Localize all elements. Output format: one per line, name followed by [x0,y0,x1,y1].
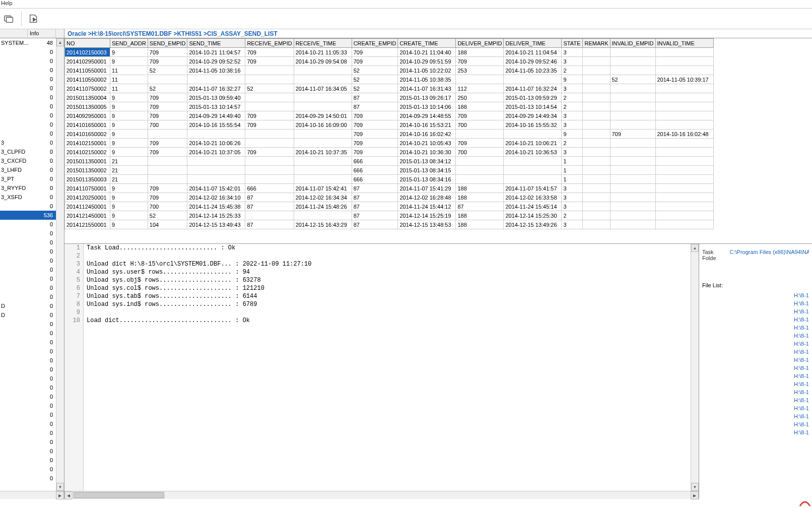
file-list-item[interactable]: H:\8-1 [702,341,809,349]
file-list-item[interactable]: H:\8-1 [702,365,809,373]
export-button[interactable] [27,12,41,26]
tree-item[interactable]: 0 [0,465,64,474]
file-list-item[interactable]: H:\8-1 [702,405,809,413]
tree-item[interactable]: 0 [0,338,64,347]
table-row[interactable]: 201411075000211522014-11-07 16:32:275220… [65,84,714,93]
tree-item[interactable]: 0 [0,392,64,401]
tree-item[interactable]: 0 [0,247,64,256]
tree-item[interactable]: 0 [0,374,64,383]
tree-body[interactable]: SYSTEM...480000000000303_CLPFD03_CXCFD03… [0,38,64,491]
table-row[interactable]: 2015011350001216662015-01-13 08:34:121 [65,157,714,166]
file-list-item[interactable]: H:\8-1 [702,300,809,308]
table-row[interactable]: 201411075000197092014-11-07 15:42:016662… [65,184,714,193]
file-list-item[interactable]: H:\8-1 [702,316,809,325]
scroll-up-icon[interactable]: ▲ [691,244,699,252]
file-list-item[interactable]: H:\8-1 [702,292,809,300]
file-list-item[interactable]: H:\8-1 [702,413,809,421]
tree-item[interactable]: 0 [0,56,64,66]
tree-item[interactable]: 0 [0,419,64,428]
tree-item[interactable]: 3_RYYFD0 [0,183,64,193]
column-header-receive_time[interactable]: RECEIVE_TIME [294,39,352,48]
tree-item[interactable]: 0 [0,292,64,301]
table-row[interactable]: 201410165000297092014-10-16 16:02:429709… [65,130,714,139]
scroll-up-icon[interactable]: ▲ [56,38,64,46]
column-header-receive_empid[interactable]: RECEIVE_EMPID [245,39,294,48]
tree-item[interactable]: 0 [0,93,64,102]
tree-item[interactable]: 0 [0,220,64,229]
data-grid[interactable]: NOSEND_ADDRSEND_EMPIDSEND_TIMERECEIVE_EM… [64,38,812,244]
column-header-create_empid[interactable]: CREATE_EMPID [352,39,398,48]
tree-item[interactable]: 0 [0,356,64,365]
table-row[interactable]: 201410215000397092014-10-21 11:04:577092… [65,48,714,57]
table-row[interactable]: 201412025000197092014-12-02 16:34:108720… [65,193,714,202]
table-row[interactable]: 201411055000211522014-11-05 10:38:359522… [65,75,714,84]
file-list-item[interactable]: H:\8-1 [702,325,809,333]
file-list-item[interactable]: H:\8-1 [702,333,809,341]
file-list-item[interactable]: H:\8-1 [702,349,809,357]
column-header-remark[interactable]: REMARK [583,39,610,48]
scroll-down-icon[interactable]: ▼ [691,483,699,491]
column-header-invalid_empid[interactable]: INVALID_EMPID [610,39,655,48]
scroll-left-icon[interactable]: ◀ [64,491,73,499]
table-row[interactable]: 2015011350003216662015-01-13 08:34:161 [65,175,714,184]
tree-item[interactable]: 3_CXCFD0 [0,156,64,165]
tree-item[interactable]: 0 [0,428,64,437]
log-vscrollbar[interactable]: ▲ ▼ [691,244,699,491]
tree-item[interactable]: 0 [0,447,64,456]
tree-item[interactable]: SYSTEM...48 [0,38,64,47]
log-hscrollbar[interactable]: ◀ ▶ [64,491,699,499]
table-row[interactable]: 201410215000197092014-10-21 10:06:267092… [65,139,714,148]
tree-item[interactable]: 0 [0,229,64,238]
column-header-invalid_time[interactable]: INVALID_TIME [655,39,713,48]
table-row[interactable]: 201410165000197002014-10-16 15:55:547092… [65,120,714,130]
tree-item[interactable]: 0 [0,410,64,419]
file-list-item[interactable]: H:\8-1 [702,357,809,365]
column-header-send_time[interactable]: SEND_TIME [187,39,245,48]
open-folder-button[interactable] [2,12,16,26]
table-row[interactable]: 201501135000497092015-01-13 09:59:408720… [65,93,714,102]
table-row[interactable]: 201409295000197092014-09-29 14:49:407092… [65,111,714,120]
table-row[interactable]: 201411245000197002014-11-24 15:45:388720… [65,202,714,211]
tree-item[interactable]: 0 [0,274,64,283]
tree-item[interactable]: 0 [0,456,64,465]
column-header-state[interactable]: STATE [562,39,583,48]
tree-item[interactable]: 0 [0,120,64,129]
tree-col-info[interactable]: Info [28,29,56,38]
tree-item[interactable]: 0 [0,47,64,56]
column-header-send_empid[interactable]: SEND_EMPID [148,39,187,48]
tree-item[interactable]: 536 [0,211,64,220]
table-row[interactable]: 201501135000597092015-01-13 10:14:578720… [65,102,714,111]
tree-item[interactable]: 0 [0,283,64,292]
tree-item[interactable]: 0 [0,401,64,410]
tree-item[interactable]: D0 [0,301,64,310]
menu-help[interactable]: Help [1,0,13,6]
tree-col-name[interactable] [0,29,28,38]
tree-item[interactable]: 3_XSFD0 [0,193,64,202]
tree-item[interactable]: D0 [0,310,64,320]
scroll-right-icon[interactable]: ▶ [56,491,64,499]
column-header-deliver_empid[interactable]: DELIVER_EMPID [456,39,504,48]
scroll-right-icon[interactable]: ▶ [691,491,699,499]
tree-item[interactable]: 3_PT0 [0,174,64,183]
tree-item[interactable]: 0 [0,129,64,138]
tree-item[interactable]: 0 [0,347,64,356]
tree-item[interactable]: 0 [0,329,64,338]
tree-item[interactable]: 0 [0,256,64,265]
file-list-item[interactable]: H:\8-1 [702,389,809,397]
tree-item[interactable]: 0 [0,365,64,374]
file-list-item[interactable]: H:\8-1 [702,429,809,437]
tree-item[interactable]: 0 [0,84,64,93]
tree-item[interactable]: 0 [0,75,64,84]
tree-item[interactable]: 3_LHFD0 [0,165,64,174]
tree-item[interactable]: 0 [0,238,64,247]
column-header-deliver_time[interactable]: DELIVER_TIME [504,39,562,48]
scroll-thumb[interactable] [74,492,164,498]
file-list-item[interactable]: H:\8-1 [702,308,809,316]
tree-item[interactable]: 0 [0,111,64,120]
table-row[interactable]: 20141214500019522014-12-14 15:25:3387201… [65,211,714,220]
scroll-down-icon[interactable]: ▼ [56,483,64,491]
tree-item[interactable]: 0 [0,383,64,392]
tree-item[interactable]: 0 [0,202,64,211]
column-header-send_addr[interactable]: SEND_ADDR [110,39,148,48]
tree-item[interactable]: 0 [0,320,64,329]
